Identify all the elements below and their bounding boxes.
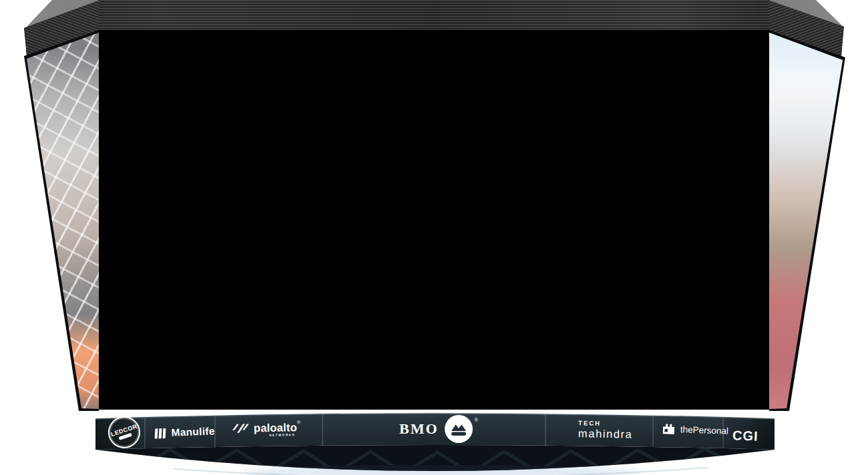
sponsor-ledcor: LEDCOR — [105, 413, 144, 452]
bmo-reg-mark: ® — [475, 418, 478, 422]
paloalto-reg-mark: ® — [297, 420, 300, 424]
manulife-label: Manulife — [171, 425, 215, 438]
floor-glow — [240, 467, 641, 475]
mahindra-label: mahindra — [578, 427, 633, 440]
jumbotron-scene: LEDCOR Manulife paloalto® NETWORKS BMO ® — [0, 0, 868, 475]
paloalto-networks-label: NETWORKS — [269, 433, 295, 437]
video-screen — [99, 30, 769, 410]
sponsor-thepersonal: thePersonal — [662, 422, 729, 436]
paloalto-logo-icon — [232, 422, 249, 434]
thepersonal-label: thePersonal — [680, 424, 729, 436]
cgi-label: CGI — [732, 428, 759, 444]
paloalto-wordmark: paloalto® NETWORKS — [254, 421, 300, 434]
thepersonal-building-icon — [662, 422, 677, 435]
bmo-roundel-icon — [444, 414, 473, 444]
sponsor-paloalto: paloalto® NETWORKS — [232, 421, 300, 435]
sponsor-manulife: Manulife — [155, 425, 215, 439]
sponsor-cgi: CGI — [732, 428, 759, 444]
sponsor-tech-mahindra: TECH mahindra — [578, 419, 633, 440]
sponsor-bmo: BMO ® — [399, 414, 477, 444]
ledcor-badge-icon: LEDCOR — [105, 413, 144, 452]
tech-label: TECH — [578, 419, 633, 427]
manulife-bars-icon — [155, 428, 166, 439]
paloalto-label: paloalto — [254, 421, 297, 434]
bmo-label: BMO — [399, 420, 439, 438]
